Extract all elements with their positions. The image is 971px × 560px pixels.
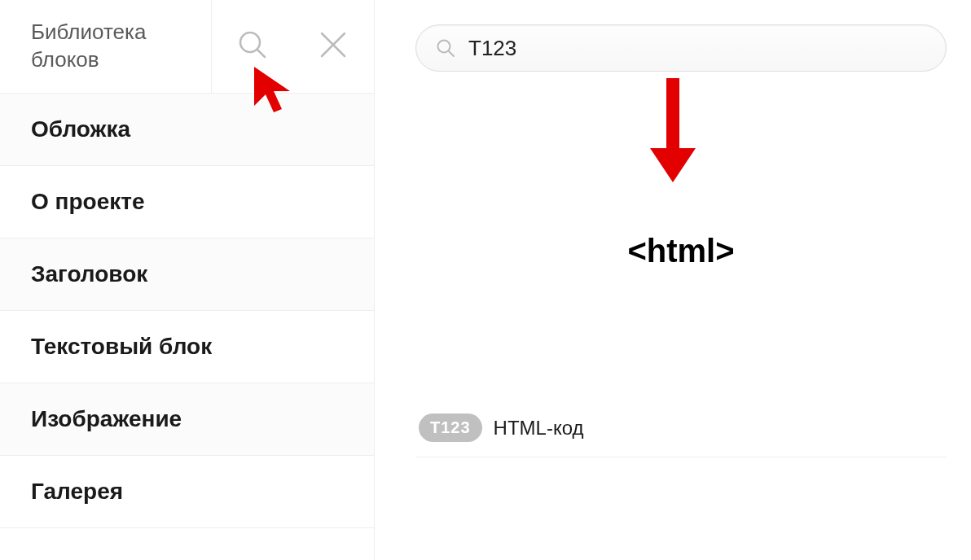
sidebar-item-cover[interactable]: Обложка [0, 94, 374, 166]
result-label: HTML-код [494, 417, 584, 440]
sidebar-item-label: Заголовок [31, 261, 147, 287]
sidebar-item-image[interactable]: Изображение [0, 383, 374, 456]
svg-point-4 [438, 41, 450, 53]
sidebar-item-about[interactable]: О проекте [0, 166, 374, 238]
result-badge: T123 [419, 413, 482, 442]
sidebar-item-gallery[interactable]: Галерея [0, 456, 374, 528]
sidebar-item-label: О проекте [31, 189, 145, 214]
search-icon [237, 29, 268, 63]
search-input[interactable] [468, 36, 926, 61]
result-meta: T123 HTML-код [415, 413, 947, 442]
sidebar-search-button[interactable] [211, 0, 292, 93]
sidebar-item-label: Текстовый блок [31, 334, 212, 359]
sidebar-item-label: Изображение [31, 406, 182, 431]
close-button[interactable] [292, 0, 374, 93]
search-icon [436, 38, 455, 58]
sidebar-item-textblock[interactable]: Текстовый блок [0, 311, 374, 383]
sidebar-title: Библиотека блоков [0, 19, 211, 74]
html-tag-preview-text: <html> [627, 233, 734, 269]
sidebar-header: Библиотека блоков [0, 0, 374, 94]
sidebar-list: Обложка О проекте Заголовок Текстовый бл… [0, 94, 374, 560]
sidebar-item-label: Галерея [31, 479, 123, 504]
search-bar[interactable] [415, 24, 947, 72]
main-content: <html> T123 HTML-код [375, 0, 971, 560]
result-card[interactable]: <html> T123 HTML-код [415, 88, 947, 457]
sidebar-item-label: Обложка [31, 116, 130, 142]
sidebar-item-heading[interactable]: Заголовок [0, 238, 374, 311]
close-icon [317, 28, 349, 64]
svg-line-1 [257, 50, 265, 57]
sidebar: Библиотека блоков Обложк [0, 0, 375, 560]
result-preview: <html> [415, 88, 947, 413]
svg-line-5 [449, 51, 454, 56]
